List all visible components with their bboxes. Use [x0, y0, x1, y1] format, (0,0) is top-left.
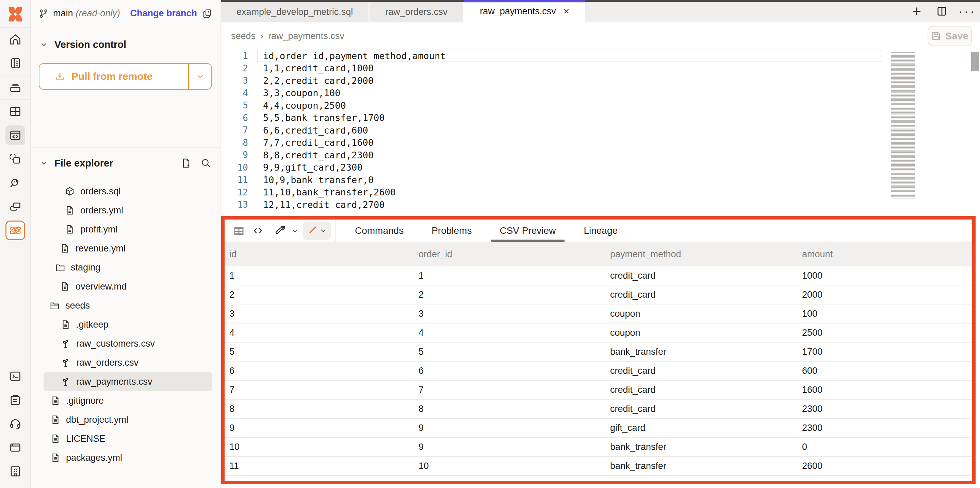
cell-order-id: 8 [414, 404, 605, 414]
cell-order-id: 7 [414, 385, 605, 395]
close-tab-icon[interactable]: × [563, 5, 570, 17]
panel-tabs: Commands Problems CSV Preview Lineage [352, 220, 620, 242]
file-tree-item[interactable]: profit.yml [43, 220, 212, 239]
editor-line: 9 8,8,credit_card,2300 [221, 149, 980, 162]
semantic-layer-atom-icon[interactable] [5, 220, 25, 240]
file-tree-item[interactable]: raw_payments.csv [43, 372, 212, 391]
notebook-icon[interactable] [5, 53, 25, 73]
doc-icon [50, 415, 60, 425]
selection-frame-icon[interactable] [5, 149, 25, 169]
split-editor-icon[interactable] [935, 5, 949, 18]
file-tree-item[interactable]: .gitkeep [43, 315, 212, 334]
pull-from-remote-button[interactable]: Pull from remote [39, 63, 212, 90]
editor-tab[interactable]: raw_payments.csv × [464, 0, 585, 22]
editor-scrollbar[interactable] [970, 50, 980, 216]
file-tree-item[interactable]: LICENSE [43, 429, 212, 448]
save-label: Save [945, 30, 969, 42]
chevron-down-icon[interactable] [40, 159, 48, 168]
change-branch-link[interactable]: Change branch [130, 8, 197, 19]
scrollbar-thumb[interactable] [971, 52, 979, 71]
line-text: 6,6,credit_card,600 [255, 125, 368, 136]
dbt-logo-icon[interactable] [6, 5, 24, 23]
table-row: 6 6 credit_card 600 [224, 361, 972, 380]
doc-icon [50, 453, 60, 463]
cell-payment-method: credit_card [605, 290, 797, 300]
cell-id: 6 [224, 366, 414, 376]
model-icon [65, 186, 75, 196]
cell-order-id: 10 [414, 461, 605, 471]
panel-tab[interactable]: CSV Preview [497, 220, 558, 242]
windows-overlap-icon[interactable] [5, 197, 25, 217]
build-wrench-icon[interactable] [270, 222, 289, 239]
search-icon[interactable] [200, 158, 211, 168]
code-editor-icon[interactable] [5, 125, 25, 145]
file-name: staging [71, 262, 100, 273]
panel-tab[interactable]: Problems [429, 220, 474, 242]
pull-dropdown-button[interactable] [189, 64, 211, 89]
code-editor[interactable]: 1 id,order_id,payment_method,amount 2 1,… [221, 50, 980, 216]
editor-tab[interactable]: example_develop_metric.sql [221, 2, 369, 22]
file-tree-item[interactable]: packages.yml [43, 448, 212, 467]
cell-id: 4 [224, 328, 414, 338]
line-text: 4,4,coupon,2500 [255, 100, 346, 111]
dashboard-grid-icon[interactable] [5, 101, 25, 121]
editor-line: 12 11,10,bank_transfer,2600 [221, 186, 980, 199]
file-explorer-title: File explorer [54, 158, 113, 169]
editor-line: 5 4,4,coupon,2500 [221, 99, 980, 112]
file-tree-item[interactable]: revenue.yml [43, 239, 212, 258]
chevron-down-icon[interactable] [40, 40, 48, 49]
minimap[interactable] [891, 52, 915, 199]
storage-stack-icon[interactable] [5, 78, 25, 97]
line-number: 10 [221, 162, 255, 173]
panel-tab[interactable]: Commands [352, 220, 406, 242]
compiled-code-icon[interactable] [248, 222, 267, 239]
file-tree-item[interactable]: orders.sql [43, 182, 212, 201]
cell-payment-method: bank_transfer [605, 442, 797, 452]
file-name: .gitkeep [76, 320, 108, 330]
organization-building-icon[interactable] [5, 461, 25, 481]
file-tree-item[interactable]: raw_orders.csv [43, 353, 212, 372]
cell-amount: 2300 [797, 404, 972, 414]
browser-window-icon[interactable] [5, 438, 25, 458]
clipboard-icon[interactable] [5, 390, 25, 410]
file-tree-item[interactable]: orders.yml [43, 201, 212, 220]
ai-assist-wand-button[interactable] [303, 222, 331, 240]
cell-payment-method: credit_card [605, 404, 797, 414]
chevron-down-icon[interactable] [291, 227, 299, 235]
main-area: example_develop_metric.sql raw_orders.cs… [221, 0, 980, 488]
editor-line: 10 9,9,gift_card,2300 [221, 162, 980, 174]
editor-tab[interactable]: raw_orders.csv [369, 2, 464, 22]
line-text: 9,9,gift_card,2300 [255, 162, 363, 173]
home-icon[interactable] [5, 30, 25, 49]
file-tree-item[interactable]: overview.md [43, 277, 212, 296]
new-tab-icon[interactable]: + [910, 5, 924, 18]
doc-icon [60, 243, 70, 254]
headset-support-icon[interactable] [5, 414, 25, 434]
file-tree-item[interactable]: dbt_project.yml [43, 410, 212, 429]
file-tree-item[interactable]: .gitignore [43, 391, 212, 410]
save-button[interactable]: Save [928, 26, 972, 46]
toolbar-divider [336, 220, 336, 242]
cell-id: 10 [224, 442, 414, 452]
file-tree-item[interactable]: seeds [43, 296, 212, 315]
line-text: 1,1,credit_card,1000 [255, 63, 374, 73]
icon-rail [0, 0, 30, 488]
results-table-icon[interactable] [229, 222, 248, 239]
breadcrumb-parent[interactable]: seeds [231, 31, 256, 41]
panel-tab[interactable]: Lineage [581, 220, 620, 242]
more-options-icon[interactable]: ··· [960, 5, 974, 18]
table-row: 10 9 bank_transfer 0 [224, 438, 972, 457]
query-analysis-icon[interactable] [5, 173, 25, 193]
new-file-icon[interactable] [181, 158, 192, 168]
cell-order-id: 1 [414, 271, 605, 281]
file-name: raw_payments.csv [76, 377, 153, 387]
cell-payment-method: coupon [605, 328, 797, 338]
file-tree-item[interactable]: staging [43, 258, 212, 277]
branch-mode: (read-only) [76, 8, 121, 19]
table-row: 7 7 credit_card 1600 [224, 380, 972, 400]
terminal-icon[interactable] [5, 366, 25, 386]
doc-icon [65, 205, 75, 215]
copy-icon[interactable] [202, 8, 213, 19]
file-name: raw_orders.csv [76, 358, 138, 368]
file-tree-item[interactable]: raw_customers.csv [43, 334, 212, 353]
